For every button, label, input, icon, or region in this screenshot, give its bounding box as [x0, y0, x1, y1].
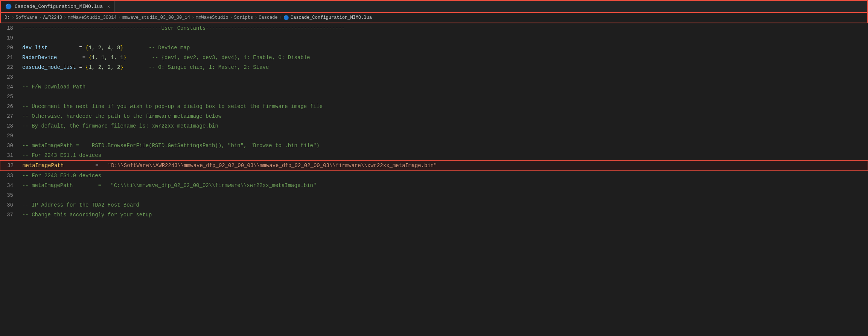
line-content: dev_list = {1, 2, 4, 8} -- Device map: [21, 43, 868, 53]
line-content: -- IP Address for the TDA2 Host Board: [21, 200, 868, 210]
line-content: -- Change this accordingly for your setu…: [21, 210, 868, 220]
line-number: 37: [0, 210, 21, 220]
code-line[interactable]: 35: [0, 190, 868, 200]
line-content: -- For 2243 ES1.0 devices: [21, 171, 868, 181]
code-line[interactable]: 22cascade_mode_list = {1, 2, 2, 2} -- 0:…: [0, 62, 868, 72]
code-line[interactable]: 21RadarDevice = {1, 1, 1, 1} -- {dev1, d…: [0, 53, 868, 62]
code-line[interactable]: 30-- metaImagePath = RSTD.BrowseForFile(…: [0, 141, 868, 151]
line-content: -- For 2243 ES1.1 devices: [21, 151, 868, 160]
line-number: 25: [0, 92, 21, 102]
code-line[interactable]: 31-- For 2243 ES1.1 devices: [0, 151, 868, 160]
line-number: 30: [0, 141, 21, 151]
line-content: -- metaImagePath = RSTD.BrowseForFile(RS…: [21, 141, 868, 151]
breadcrumb: D: › SoftWare › AWR2243 › mmWaveStudio_3…: [0, 13, 868, 23]
code-line[interactable]: 26-- Uncomment the next line if you wish…: [0, 102, 868, 111]
code-line[interactable]: 37-- Change this accordingly for your se…: [0, 210, 868, 220]
code-editor[interactable]: 18--------------------------------------…: [0, 23, 868, 220]
line-content: -- metaImagePath = "C:\\ti\\mmwave_dfp_0…: [21, 181, 868, 190]
line-number: 23: [0, 72, 21, 82]
line-number: 22: [0, 62, 21, 72]
tab-close-button[interactable]: ✕: [107, 4, 110, 9]
line-number: 32: [0, 161, 21, 170]
line-content: ----------------------------------------…: [21, 23, 868, 33]
line-number: 36: [0, 200, 21, 210]
code-line[interactable]: 27-- Otherwise, hardcode the path to the…: [0, 111, 868, 121]
line-content: [21, 33, 868, 43]
code-line[interactable]: 18--------------------------------------…: [0, 23, 868, 33]
line-number: 19: [0, 33, 21, 43]
code-line[interactable]: 34-- metaImagePath = "C:\\ti\\mmwave_dfp…: [0, 181, 868, 190]
line-content: -- By default, the firmware filename is:…: [21, 121, 868, 131]
code-line[interactable]: 19: [0, 33, 868, 43]
breadcrumb-file-icon: 🔵: [283, 15, 289, 21]
breadcrumb-filename: Cascade_Configuration_MIMO.lua: [291, 15, 372, 20]
breadcrumb-drive[interactable]: D:: [5, 15, 10, 20]
line-content: [21, 131, 868, 141]
line-content: RadarDevice = {1, 1, 1, 1} -- {dev1, dev…: [21, 53, 868, 62]
line-content: -- Otherwise, hardcode the path to the f…: [21, 111, 868, 121]
code-line[interactable]: 28-- By default, the firmware filename i…: [0, 121, 868, 131]
active-tab[interactable]: 🔵 Cascade_Configuration_MIMO.lua ✕: [1, 1, 115, 12]
line-number: 29: [0, 131, 21, 141]
code-line[interactable]: 20dev_list = {1, 2, 4, 8} -- Device map: [0, 43, 868, 53]
code-line[interactable]: 23: [0, 72, 868, 82]
code-line[interactable]: 32metaImagePath = "D:\\SoftWare\\AWR2243…: [0, 160, 868, 171]
code-line[interactable]: 29: [0, 131, 868, 141]
file-icon: 🔵: [5, 3, 12, 10]
line-number: 28: [0, 121, 21, 131]
line-number: 34: [0, 181, 21, 190]
line-content: cascade_mode_list = {1, 2, 2, 2} -- 0: S…: [21, 62, 868, 72]
line-number: 21: [0, 53, 21, 62]
line-number: 18: [0, 23, 21, 33]
line-number: 33: [0, 171, 21, 181]
code-line[interactable]: 33-- For 2243 ES1.0 devices: [0, 171, 868, 181]
line-content: [21, 190, 868, 200]
line-number: 24: [0, 82, 21, 92]
line-number: 20: [0, 43, 21, 53]
code-line[interactable]: 25: [0, 92, 868, 102]
tab-label: Cascade_Configuration_MIMO.lua: [15, 4, 103, 9]
line-content: metaImagePath = "D:\\SoftWare\\AWR2243\\…: [21, 161, 868, 170]
line-number: 35: [0, 190, 21, 200]
line-content: -- F/W Download Path: [21, 82, 868, 92]
line-number: 27: [0, 111, 21, 121]
line-number: 31: [0, 151, 21, 160]
line-content: -- Uncomment the next line if you wish t…: [21, 102, 868, 111]
code-line[interactable]: 24-- F/W Download Path: [0, 82, 868, 92]
line-content: [21, 92, 868, 102]
code-line[interactable]: 36-- IP Address for the TDA2 Host Board: [0, 200, 868, 210]
line-content: [21, 72, 868, 82]
title-bar: 🔵 Cascade_Configuration_MIMO.lua ✕: [0, 0, 868, 13]
line-number: 26: [0, 102, 21, 111]
